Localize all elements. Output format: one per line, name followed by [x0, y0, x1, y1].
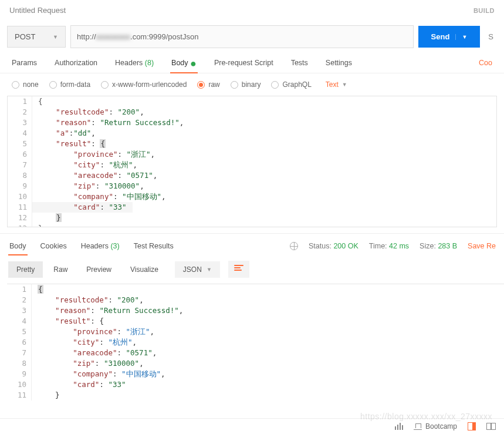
send-dropdown-icon[interactable]: ▼: [455, 34, 467, 40]
method-value: POST: [15, 32, 35, 41]
code-line: "province": "浙江",: [32, 327, 160, 337]
code-line: "city": "杭州",: [32, 160, 143, 170]
view-preview[interactable]: Preview: [78, 261, 120, 278]
send-label: Send: [431, 32, 450, 41]
radio-icon: [271, 81, 279, 89]
line-number: 1: [8, 96, 32, 107]
save-button-clipped[interactable]: S: [485, 26, 497, 48]
bodytype-binary[interactable]: binary: [231, 80, 261, 89]
resp-tab-testresults[interactable]: Test Results: [133, 237, 175, 255]
bodytype-binary-label: binary: [242, 80, 261, 89]
bodytype-raw[interactable]: raw: [197, 80, 219, 89]
line-number: 2: [8, 107, 32, 117]
bootcamp-label: Bootcamp: [425, 422, 457, 430]
line-number: 3: [7, 305, 32, 316]
line-number: 7: [8, 160, 32, 170]
bodytype-formdata-label: form-data: [60, 80, 90, 89]
url-input[interactable]: http://xxxxxxxxx.com:9999/postJson: [70, 25, 414, 48]
code-line: "company": "中国移动",: [32, 191, 172, 202]
tab-settings[interactable]: Settings: [324, 53, 353, 73]
line-number: 9: [8, 181, 32, 191]
line-number: 8: [7, 358, 32, 369]
line-number: 4: [8, 128, 32, 139]
resp-tab-body[interactable]: Body: [8, 237, 28, 255]
code-line: {: [32, 96, 49, 107]
radio-icon: [101, 81, 109, 89]
bootcamp-button[interactable]: Bootcamp: [414, 422, 457, 430]
url-suffix: .com:9999/postJson: [130, 32, 198, 41]
graduation-cap-icon: [414, 423, 422, 430]
line-number: 2: [7, 295, 32, 305]
layout-panels-icon[interactable]: [486, 423, 496, 430]
code-line: }: [32, 213, 67, 223]
bodytype-none-label: none: [23, 80, 39, 89]
cookies-link-clipped[interactable]: Coo: [478, 53, 493, 73]
tab-headers[interactable]: Headers (8): [114, 53, 155, 73]
raw-format-label: Text: [326, 80, 339, 89]
code-line: "reason": "Return Successd!",: [32, 305, 189, 316]
radio-icon: [12, 81, 19, 89]
bodytype-xform-label: x-www-form-urlencoded: [112, 80, 187, 89]
globe-icon[interactable]: [290, 242, 298, 250]
line-number: 10: [8, 191, 32, 202]
format-select[interactable]: JSON▼: [175, 261, 220, 278]
radio-icon: [49, 81, 57, 89]
resp-tab-cookies[interactable]: Cookies: [39, 237, 68, 255]
code-line: "a":"dd",: [32, 128, 102, 139]
tab-authorization[interactable]: Authorization: [53, 53, 99, 73]
bodytype-none[interactable]: none: [12, 80, 39, 89]
wrap-lines-button[interactable]: [228, 261, 249, 278]
chevron-down-icon: ▼: [207, 267, 212, 272]
line-number: 5: [7, 327, 32, 337]
code-line: "zip": "310000",: [32, 181, 150, 191]
tab-params[interactable]: Params: [11, 53, 38, 73]
status-meta: Status: 200 OK: [309, 242, 358, 250]
code-line: "areacode": "0571",: [32, 170, 163, 181]
line-number: 12: [8, 213, 32, 223]
resp-tab-headers[interactable]: Headers (3): [80, 237, 121, 255]
bodytype-xform[interactable]: x-www-form-urlencoded: [101, 80, 187, 89]
resp-headers-label: Headers: [81, 242, 109, 250]
view-pretty[interactable]: Pretty: [8, 261, 43, 278]
resp-headers-count: (3): [110, 242, 119, 250]
line-number: 5: [8, 139, 32, 149]
request-title[interactable]: Untitled Request: [9, 6, 66, 15]
code-line: "city": "杭州",: [32, 337, 143, 348]
build-label[interactable]: BUILD: [473, 7, 495, 14]
bodytype-raw-label: raw: [208, 80, 219, 89]
request-body-editor[interactable]: 1{ 2 "resultcode": "200", 3 "reason": "R…: [7, 96, 497, 227]
layout-side-icon[interactable]: [468, 422, 476, 430]
save-response-button[interactable]: Save Re: [468, 242, 496, 250]
tab-tests[interactable]: Tests: [290, 53, 309, 73]
line-number: 4: [7, 316, 32, 327]
bodytype-formdata[interactable]: form-data: [49, 80, 90, 89]
line-number: 8: [8, 170, 32, 181]
line-number: 11: [7, 390, 32, 401]
code-line: {: [32, 284, 49, 295]
tab-prerequest[interactable]: Pre-request Script: [213, 53, 275, 73]
code-line: "zip": "310000",: [32, 358, 150, 369]
view-raw[interactable]: Raw: [45, 261, 76, 278]
headers-count: (8): [145, 59, 154, 67]
tab-body[interactable]: Body ●: [170, 53, 198, 73]
line-number: 9: [7, 369, 32, 379]
radio-icon: [231, 81, 238, 89]
body-active-dot-icon: ●: [190, 58, 197, 69]
wrap-icon: [234, 265, 243, 272]
response-body-editor[interactable]: 1{ 2 "resultcode": "200", 3 "reason": "R…: [7, 284, 504, 407]
raw-format-select[interactable]: Text▼: [326, 80, 347, 89]
code-line: "result": {: [32, 139, 111, 149]
bodytype-graphql[interactable]: GraphQL: [271, 80, 311, 89]
code-line: "card": "33": [32, 202, 133, 213]
view-visualize[interactable]: Visualize: [122, 261, 167, 278]
chevron-down-icon: ▼: [342, 82, 347, 88]
tab-body-label: Body: [171, 59, 188, 67]
line-number: 13: [8, 223, 32, 227]
http-method-select[interactable]: POST ▼: [7, 26, 66, 48]
code-line: "province": "浙江",: [32, 149, 161, 160]
sync-icon[interactable]: [395, 423, 403, 430]
line-number: 6: [8, 149, 32, 160]
send-button[interactable]: Send ▼: [418, 26, 481, 48]
bodytype-graphql-label: GraphQL: [282, 80, 311, 89]
time-meta: Time: 42 ms: [369, 242, 409, 250]
